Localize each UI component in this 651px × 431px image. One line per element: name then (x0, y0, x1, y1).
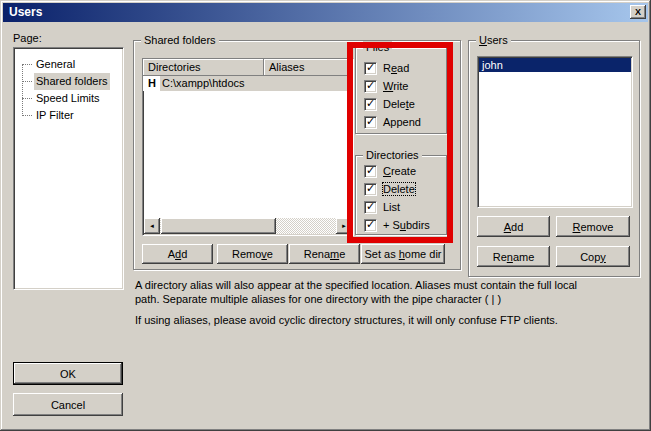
ok-button[interactable]: OK (13, 362, 123, 385)
tree-branch-icon (22, 115, 32, 116)
checkbox-box: ✓ (364, 98, 377, 111)
page-item-shared-folders[interactable]: Shared folders (14, 73, 123, 90)
checkbox-box: ✓ (364, 183, 377, 196)
checkbox-files-append[interactable]: ✓ Append (356, 113, 446, 131)
page-item-general[interactable]: General (14, 56, 123, 73)
tree-branch-icon (22, 81, 32, 82)
column-header-filler (348, 59, 353, 76)
add-folder-button[interactable]: Add (142, 244, 213, 264)
directories-group-label: Directories (363, 149, 422, 162)
checkbox-label: Write (383, 80, 408, 92)
checkbox-label: Read (383, 62, 409, 74)
rename-user-button[interactable]: Rename (477, 246, 550, 267)
directory-path: C:\xampp\htdocs (160, 76, 353, 91)
checkbox-label: + Subdirs (383, 219, 430, 231)
files-group-label: Files (363, 41, 392, 54)
window-title: Users (9, 5, 42, 19)
checkbox-dirs-list[interactable]: ✓ List (356, 198, 446, 216)
checkbox-dirs-subdirs[interactable]: ✓ + Subdirs (356, 216, 446, 234)
set-as-home-dir-button[interactable]: Set as home dir (361, 244, 445, 264)
users-dialog: Users X Page: General Shared folders Spe… (0, 0, 651, 431)
home-flag: H (143, 76, 160, 91)
alias-description: A directory alias will also appear at th… (135, 278, 635, 327)
title-bar: Users X (3, 3, 648, 22)
scroll-left-button[interactable]: ◄ (144, 218, 160, 234)
cancel-button[interactable]: Cancel (13, 393, 123, 416)
description-line: path. Separate multiple aliases for one … (135, 292, 635, 306)
close-icon: X (635, 3, 641, 22)
checkbox-box: ✓ (364, 219, 377, 232)
description-line: A directory alias will also appear at th… (135, 278, 635, 292)
checkbox-label: Delete (383, 98, 415, 110)
shared-folders-group-label: Shared folders (141, 34, 219, 47)
list-header: Directories Aliases (143, 59, 353, 76)
users-list[interactable]: john (477, 56, 633, 208)
checkbox-box: ✓ (364, 165, 377, 178)
checkbox-label: Delete (383, 183, 415, 195)
directories-group: Directories ✓ Create ✓ Delete ✓ List ✓ +… (355, 155, 447, 235)
checkmark-icon: ✓ (366, 62, 375, 73)
page-item-ip-filter[interactable]: IP Filter (14, 107, 123, 124)
column-header-directories[interactable]: Directories (143, 59, 264, 76)
remove-user-button[interactable]: Remove (556, 216, 630, 237)
checkmark-icon: ✓ (366, 183, 375, 194)
directory-row[interactable]: H C:\xampp\htdocs (143, 76, 353, 91)
scrollbar-thumb[interactable] (161, 218, 276, 234)
close-button[interactable]: X (630, 5, 646, 19)
scroll-right-button[interactable]: ► (336, 218, 352, 234)
user-item-john[interactable]: john (479, 58, 631, 72)
horizontal-scrollbar[interactable]: ◄ ► (144, 218, 352, 234)
checkbox-files-read[interactable]: ✓ Read (356, 59, 446, 77)
copy-user-button[interactable]: Copy (556, 246, 630, 267)
arrow-left-icon: ◄ (149, 223, 155, 229)
checkbox-label: Create (383, 165, 416, 177)
checkbox-dirs-delete[interactable]: ✓ Delete (356, 180, 446, 198)
tree-branch-icon (22, 98, 32, 99)
checkmark-icon: ✓ (366, 116, 375, 127)
arrow-right-icon: ► (341, 223, 347, 229)
users-group-label: Users (476, 34, 511, 47)
checkbox-box: ✓ (364, 116, 377, 129)
checkbox-label: List (383, 201, 400, 213)
checkmark-icon: ✓ (366, 201, 375, 212)
add-user-button[interactable]: Add (477, 216, 550, 237)
checkbox-dirs-create[interactable]: ✓ Create (356, 162, 446, 180)
checkmark-icon: ✓ (366, 165, 375, 176)
checkbox-files-write[interactable]: ✓ Write (356, 77, 446, 95)
remove-folder-button[interactable]: Remove (217, 244, 288, 264)
column-header-aliases[interactable]: Aliases (264, 59, 348, 76)
checkbox-files-delete[interactable]: ✓ Delete (356, 95, 446, 113)
users-group: Users john Add Remove Rename Copy (468, 40, 640, 277)
rename-folder-button[interactable]: Rename (289, 244, 360, 264)
checkmark-icon: ✓ (366, 80, 375, 91)
tree-branch-icon (22, 64, 32, 65)
checkbox-label: Append (383, 116, 421, 128)
page-label: Page: (13, 32, 42, 44)
shared-folders-list[interactable]: Directories Aliases H C:\xampp\htdocs ◄ … (142, 58, 354, 236)
description-line: If using aliases, please avoid cyclic di… (135, 313, 635, 327)
page-item-speed-limits[interactable]: Speed Limits (14, 90, 123, 107)
checkbox-box: ✓ (364, 62, 377, 75)
page-list[interactable]: General Shared folders Speed Limits IP F… (13, 47, 124, 290)
checkbox-box: ✓ (364, 80, 377, 93)
checkbox-box: ✓ (364, 201, 377, 214)
checkmark-icon: ✓ (366, 98, 375, 109)
checkmark-icon: ✓ (366, 219, 375, 230)
files-group: Files ✓ Read ✓ Write ✓ Delete ✓ Append (355, 47, 447, 134)
